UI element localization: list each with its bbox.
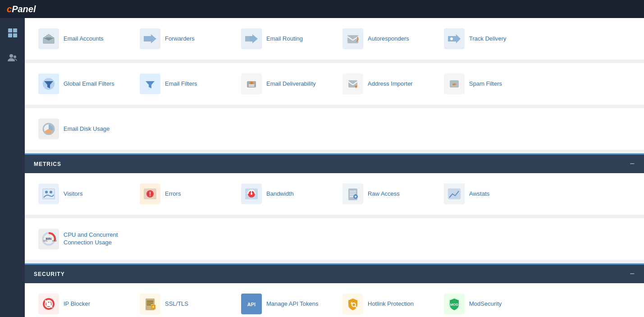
email-mid-section: Global Email Filters Email Filters bbox=[25, 63, 644, 105]
svg-rect-3 bbox=[13, 33, 17, 37]
track-delivery-icon bbox=[444, 28, 465, 49]
modsecurity-icon: MOD bbox=[444, 294, 465, 314]
spam-filters-icon: ✏ bbox=[444, 74, 465, 94]
awstats-icon bbox=[444, 184, 465, 204]
svg-rect-28 bbox=[43, 189, 54, 198]
visitors-item[interactable]: Visitors bbox=[34, 180, 133, 208]
security-items: IP Blocker SSL/TLS bbox=[25, 283, 644, 317]
security-title: SECURITY bbox=[34, 271, 65, 277]
email-accounts-item[interactable]: Email Accounts bbox=[34, 25, 133, 53]
svg-marker-17 bbox=[146, 81, 155, 88]
modsecurity-item[interactable]: MOD ModSecurity bbox=[439, 290, 539, 317]
ssl-tls-icon bbox=[140, 294, 160, 314]
forwarders-label: Forwarders bbox=[165, 35, 195, 43]
cpanel-logo: cPanel bbox=[7, 4, 36, 14]
svg-point-19 bbox=[250, 82, 253, 84]
email-routing-icon bbox=[241, 28, 262, 49]
email-routing-label: Email Routing bbox=[266, 35, 303, 43]
cpu-usage-label: CPU and Concurrent Connection Usage bbox=[64, 231, 118, 247]
svg-rect-11 bbox=[245, 36, 250, 41]
awstats-item[interactable]: Awstats bbox=[439, 180, 539, 208]
address-importer-icon bbox=[343, 74, 363, 94]
svg-point-37 bbox=[251, 193, 252, 195]
svg-marker-9 bbox=[144, 34, 156, 43]
modsecurity-label: ModSecurity bbox=[469, 300, 502, 308]
autoresponders-label: Autoresponders bbox=[368, 35, 409, 43]
svg-text:MIN: MIN bbox=[43, 239, 48, 242]
svg-rect-1 bbox=[13, 28, 17, 32]
manage-api-tokens-item[interactable]: API Manage API Tokens bbox=[237, 290, 336, 317]
bandwidth-icon bbox=[241, 184, 262, 204]
svg-text:MOD: MOD bbox=[450, 303, 459, 307]
errors-item[interactable]: ! Errors bbox=[135, 180, 234, 208]
email-disk-usage-icon bbox=[38, 119, 59, 139]
global-email-filters-item[interactable]: Global Email Filters bbox=[34, 70, 133, 98]
ssl-tls-item[interactable]: SSL/TLS bbox=[135, 290, 234, 317]
forwarders-item[interactable]: Forwarders bbox=[135, 25, 234, 53]
track-delivery-item[interactable]: Track Delivery bbox=[439, 25, 539, 53]
metrics-cpu-items: MIN MIN MAX CPU and Concurrent Connectio… bbox=[25, 218, 644, 260]
security-collapse-icon[interactable]: − bbox=[630, 269, 635, 279]
svg-point-4 bbox=[9, 54, 13, 58]
email-filters-item[interactable]: Email Filters bbox=[135, 70, 234, 98]
hotlink-protection-label: Hotlink Protection bbox=[368, 300, 414, 308]
email-disk-usage-label: Email Disk Usage bbox=[64, 125, 110, 133]
raw-access-label: Raw Access bbox=[368, 190, 400, 198]
autoresponders-item[interactable]: Autoresponders bbox=[338, 25, 437, 53]
email-deliverability-icon bbox=[241, 74, 262, 94]
email-deliverability-item[interactable]: Email Deliverability bbox=[237, 70, 336, 98]
svg-rect-0 bbox=[8, 28, 12, 32]
svg-marker-13 bbox=[448, 34, 461, 43]
email-top-section: Email Accounts Forwarders Email Rou bbox=[25, 18, 644, 60]
metrics-items: Visitors ! Errors bbox=[25, 173, 644, 215]
visitors-icon bbox=[38, 184, 59, 204]
address-importer-label: Address Importer bbox=[368, 80, 413, 88]
address-importer-item[interactable]: Address Importer bbox=[338, 70, 437, 98]
svg-point-5 bbox=[14, 55, 16, 58]
security-section: SECURITY − IP Blocker bbox=[25, 263, 644, 317]
email-disk-usage-item[interactable]: Email Disk Usage bbox=[34, 115, 133, 143]
spam-filters-item[interactable]: ✏ Spam Filters bbox=[439, 70, 539, 98]
svg-point-14 bbox=[450, 37, 453, 40]
ip-blocker-label: IP Blocker bbox=[64, 300, 90, 308]
hotlink-protection-item[interactable]: Hotlink Protection bbox=[338, 290, 437, 317]
left-sidebar bbox=[0, 18, 25, 317]
svg-rect-8 bbox=[46, 37, 51, 38]
security-header[interactable]: SECURITY − bbox=[25, 265, 644, 283]
metrics-title: METRICS bbox=[34, 161, 61, 167]
email-filters-label: Email Filters bbox=[165, 80, 197, 88]
raw-access-icon bbox=[343, 184, 363, 204]
forwarders-icon bbox=[140, 28, 160, 49]
svg-text:✏: ✏ bbox=[452, 82, 457, 87]
manage-api-tokens-label: Manage API Tokens bbox=[266, 300, 318, 308]
bandwidth-item[interactable]: Bandwidth bbox=[237, 180, 336, 208]
autoresponders-icon bbox=[343, 28, 363, 49]
email-disk-items: Email Disk Usage bbox=[25, 108, 644, 150]
ip-blocker-item[interactable]: IP Blocker bbox=[34, 290, 133, 317]
sidebar-home-icon[interactable] bbox=[5, 25, 21, 41]
global-email-filters-icon bbox=[38, 74, 59, 94]
email-routing-item[interactable]: Email Routing bbox=[237, 25, 336, 53]
email-mid-items: Global Email Filters Email Filters bbox=[25, 63, 644, 105]
svg-point-30 bbox=[50, 191, 52, 193]
svg-text:API: API bbox=[247, 302, 256, 307]
spam-filters-label: Spam Filters bbox=[469, 80, 502, 88]
svg-rect-2 bbox=[8, 33, 12, 37]
cpu-usage-item[interactable]: MIN MIN MAX CPU and Concurrent Connectio… bbox=[34, 225, 133, 253]
errors-icon: ! bbox=[140, 184, 160, 204]
sidebar-users-icon[interactable] bbox=[5, 50, 21, 66]
hotlink-protection-icon bbox=[343, 294, 363, 314]
metrics-cpu-section: MIN MIN MAX CPU and Concurrent Connectio… bbox=[25, 218, 644, 260]
manage-api-tokens-icon: API bbox=[241, 294, 262, 314]
svg-rect-46 bbox=[448, 188, 461, 199]
metrics-header[interactable]: METRICS − bbox=[25, 155, 644, 173]
ip-blocker-icon bbox=[38, 294, 59, 314]
cpu-usage-icon: MIN MIN MAX bbox=[38, 229, 59, 249]
email-deliverability-label: Email Deliverability bbox=[266, 80, 316, 88]
errors-label: Errors bbox=[165, 190, 181, 198]
email-top-items: Email Accounts Forwarders Email Rou bbox=[25, 18, 644, 60]
raw-access-item[interactable]: Raw Access bbox=[338, 180, 437, 208]
svg-point-29 bbox=[45, 191, 48, 193]
metrics-collapse-icon[interactable]: − bbox=[630, 159, 635, 169]
svg-text:MAX: MAX bbox=[52, 239, 57, 242]
